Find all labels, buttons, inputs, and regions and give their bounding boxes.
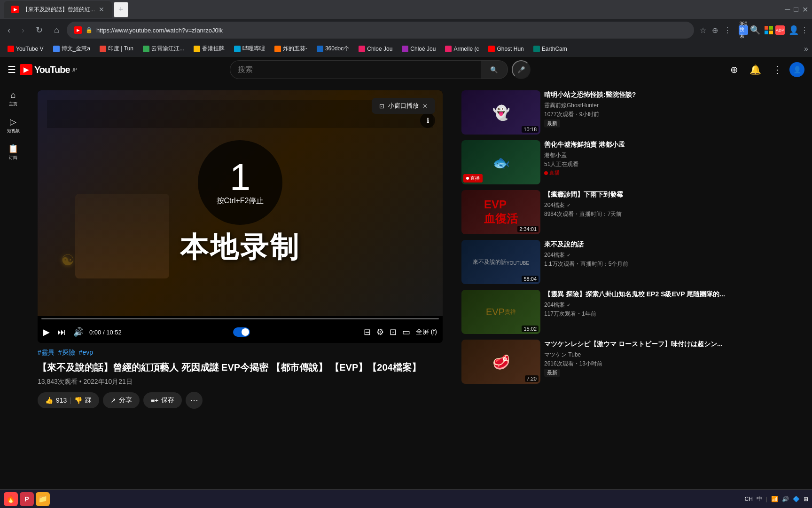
rec-item-2[interactable]: 🐟 直播 善化牛墟海鮮拍賣 港都小孟 港都小孟 51人正在观看 直播 bbox=[461, 140, 804, 184]
home-button[interactable]: ⌂ bbox=[50, 24, 63, 37]
rec-item-3[interactable]: EVP血復活 2:34:01 【瘋癥診間】下雨下到發霉 204檔案 ✓ 8984… bbox=[461, 190, 804, 234]
local-record-text: 本地录制 bbox=[38, 229, 443, 267]
rec-badge-1: 最新 bbox=[544, 119, 560, 127]
profile-icon[interactable]: 👤 bbox=[789, 25, 799, 35]
shorts-icon: ▷ bbox=[10, 117, 16, 127]
play-button[interactable]: ▶ bbox=[41, 325, 52, 339]
rec-title-6: マツケンレシピ【激ウマ ローストビーフ】味付けは超シン... bbox=[544, 340, 804, 349]
fullscreen-button[interactable]: 全屏 (f) bbox=[414, 325, 439, 339]
sidebar-home[interactable]: ⌂ 主页 bbox=[0, 87, 26, 111]
yt-logo[interactable]: ▶ YouTubeJP bbox=[20, 64, 77, 75]
bookmark-chloe1[interactable]: Chloe Jou bbox=[355, 45, 396, 53]
bookmark-hk[interactable]: 香港挂牌 bbox=[190, 44, 228, 54]
rec-item-5[interactable]: EVP貴祥 15:02 【靈異 探險】探索八卦山知名鬼校 EP2 S級EVP 尾… bbox=[461, 290, 804, 334]
taskbar-sound-icon[interactable]: 🔊 bbox=[782, 496, 789, 502]
taskbar-bluetooth-icon[interactable]: 🔷 bbox=[793, 496, 800, 502]
more-actions-button[interactable]: ⋯ bbox=[186, 392, 203, 409]
restore-button[interactable]: □ bbox=[794, 5, 798, 14]
mini-popup-close[interactable]: ✕ bbox=[422, 103, 428, 110]
minimize-button[interactable]: ─ bbox=[785, 5, 790, 14]
hamburger-icon[interactable]: ☰ bbox=[8, 64, 16, 75]
bookmarks-more[interactable]: » bbox=[804, 45, 808, 53]
taskbar-input-icon[interactable]: 中 bbox=[757, 495, 762, 503]
countdown-number: 1 bbox=[230, 159, 251, 196]
bookmark-chloe2[interactable]: Chloé Jou bbox=[398, 45, 439, 53]
bookmark-youtube[interactable]: YouTube V bbox=[4, 45, 47, 53]
close-button[interactable]: ✕ bbox=[802, 5, 808, 14]
subtitles-button[interactable]: ⊟ bbox=[362, 325, 373, 339]
autoplay-toggle[interactable] bbox=[233, 327, 250, 337]
rec-thumbnail-5: EVP貴祥 15:02 bbox=[461, 290, 540, 334]
taskbar-wifi-icon[interactable]: 📶 bbox=[771, 496, 778, 502]
video-tag-evp[interactable]: #evp bbox=[79, 349, 93, 357]
rec-info-3: 【瘋癥診間】下雨下到發霉 204檔案 ✓ 8984次观看・直播时间：7天前 bbox=[544, 190, 804, 234]
more-icon[interactable]: ⋮ bbox=[722, 24, 733, 37]
rec-live-label-2: 直播 bbox=[544, 169, 560, 176]
save-button[interactable]: ≡+ 保存 bbox=[143, 392, 182, 408]
rec-item-1[interactable]: 👻 10:18 晴明小站之恐怖怪談:醫院怪談? 靈異前線GhostHunter … bbox=[461, 90, 804, 135]
video-tag-linyi[interactable]: #靈異 bbox=[38, 349, 55, 357]
forward-button[interactable]: › bbox=[18, 24, 28, 37]
toggle-switch[interactable] bbox=[233, 327, 250, 337]
info-circle-btn[interactable]: ℹ bbox=[420, 113, 435, 128]
url-display[interactable]: https://www.youtube.com/watch?v=zIanrzoJ… bbox=[96, 27, 687, 34]
bookmark-earthcam[interactable]: EarthCam bbox=[530, 45, 571, 53]
tab-close-button[interactable]: ✕ bbox=[99, 6, 104, 13]
taskbar-lang[interactable]: CH bbox=[745, 496, 753, 502]
adblock-icon[interactable]: ABP bbox=[775, 25, 785, 35]
yt-sidebar: ⌂ 主页 ▷ 短视频 📋 订阅 bbox=[0, 83, 26, 508]
taskbar-app-3[interactable]: 📁 bbox=[36, 492, 50, 506]
recommendations-panel: 👻 10:18 晴明小站之恐怖怪談:醫院怪談? 靈異前線GhostHunter … bbox=[454, 83, 812, 508]
next-button[interactable]: ⏭ bbox=[55, 325, 68, 339]
yt-logo-jp: JP bbox=[72, 67, 78, 72]
back-button[interactable]: ‹ bbox=[4, 24, 14, 37]
share-button[interactable]: ↗ 分享 bbox=[103, 392, 140, 408]
video-frame[interactable]: ☯ ⊡ 小窗口播放 ✕ ℹ 1 bbox=[38, 90, 443, 316]
bookmark-zha[interactable]: 炸的五葵- bbox=[271, 44, 311, 54]
taskbar-scroll-icon[interactable]: ⊞ bbox=[804, 496, 808, 502]
yt-notifications-icon[interactable]: 🔔 bbox=[746, 60, 765, 79]
refresh-button[interactable]: ↻ bbox=[32, 23, 47, 37]
settings-button[interactable]: ⚙ bbox=[375, 325, 386, 339]
bookmark-bilibili[interactable]: 哔哩哔哩 bbox=[230, 44, 269, 54]
yt-more-icon[interactable]: ⋮ bbox=[769, 60, 786, 79]
new-tab-button[interactable]: + bbox=[114, 2, 128, 17]
progress-bar[interactable] bbox=[41, 318, 439, 319]
youtube-header: ☰ ▶ YouTubeJP 🔍 🎤 ⊕ 🔔 ⋮ 👤 bbox=[0, 56, 812, 83]
countdown-label: 按Ctrl+F2停止 bbox=[217, 196, 264, 206]
theater-button[interactable]: ▭ bbox=[400, 325, 412, 339]
like-button[interactable]: 👍 913 | 👎 踩 bbox=[38, 392, 99, 408]
active-tab[interactable]: ▶ 【來不及說的話】曾經的紅... ✕ bbox=[4, 1, 112, 18]
star-icon[interactable]: ☆ bbox=[698, 24, 708, 37]
yt-search-button[interactable]: 🔍 bbox=[481, 60, 508, 79]
sidebar-subscriptions[interactable]: 📋 订阅 bbox=[0, 140, 26, 165]
address-bar[interactable]: ▶ 🔒 https://www.youtube.com/watch?v=zIan… bbox=[67, 22, 694, 39]
yt-search-input[interactable] bbox=[230, 60, 481, 79]
bookmark-360doc[interactable]: 360doc个 bbox=[313, 44, 353, 54]
miniplayer-button[interactable]: ⊡ bbox=[388, 325, 398, 339]
yt-create-icon[interactable]: ⊕ bbox=[726, 60, 742, 79]
video-tag-explore[interactable]: #探險 bbox=[58, 349, 75, 357]
taskbar-app-2[interactable]: P bbox=[20, 492, 34, 506]
yt-mic-button[interactable]: 🎤 bbox=[512, 60, 531, 79]
bookmark-yunxiao[interactable]: 云霄渝江江... bbox=[139, 44, 188, 54]
bookmark-ghost[interactable]: Ghost Hun bbox=[484, 45, 527, 53]
yt-search-bar[interactable]: 🔍 🎤 bbox=[230, 60, 531, 79]
360-search-icon[interactable]: 360搜索 bbox=[739, 25, 748, 35]
rec-item-4[interactable]: 來不及說的話YOUTUBE 58:04 來不及說的話 204檔案 ✓ 1.1万次… bbox=[461, 240, 804, 284]
bookmark-armelle[interactable]: Armelle (c bbox=[441, 45, 483, 53]
mini-play-popup[interactable]: ⊡ 小窗口播放 ✕ bbox=[372, 98, 435, 114]
bookmark-bowenjinh[interactable]: 博文_金慧a bbox=[49, 44, 94, 54]
rec-channel-5: 204檔案 ✓ bbox=[544, 301, 804, 309]
taskbar-app-1[interactable]: 🔥 bbox=[4, 492, 18, 506]
yt-avatar[interactable]: 👤 bbox=[789, 62, 804, 77]
extend-icon[interactable]: ⋮ bbox=[801, 26, 808, 35]
search-icon[interactable]: 🔍 bbox=[750, 25, 760, 35]
sidebar-shorts[interactable]: ▷ 短视频 bbox=[0, 113, 26, 138]
microsoft-icon[interactable] bbox=[764, 25, 773, 35]
extension-icon[interactable]: ⊕ bbox=[710, 24, 720, 37]
nav-bar: ‹ › ↻ ⌂ ▶ 🔒 https://www.youtube.com/watc… bbox=[0, 19, 812, 41]
volume-button[interactable]: 🔊 bbox=[71, 325, 86, 339]
bookmark-india[interactable]: 印度 | Tun bbox=[96, 44, 137, 54]
rec-item-6[interactable]: 🥩 7:20 マツケンレシピ【激ウマ ローストビーフ】味付けは超シン... マツ… bbox=[461, 340, 804, 384]
